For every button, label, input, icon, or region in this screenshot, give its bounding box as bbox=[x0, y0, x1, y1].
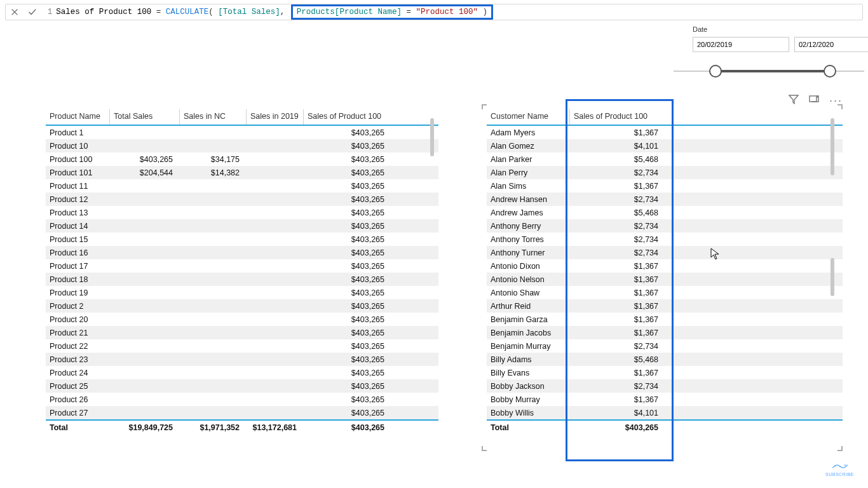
table-row[interactable]: Product 11$403,265 bbox=[46, 179, 438, 193]
cursor-icon bbox=[710, 248, 721, 263]
date-end-input[interactable] bbox=[794, 37, 868, 52]
table-row[interactable]: Product 22$403,265 bbox=[46, 339, 438, 353]
formula-filter-highlight: Products[Product Name] = "Product 100" ) bbox=[291, 4, 493, 20]
table-row[interactable]: Product 24$403,265 bbox=[46, 366, 438, 379]
selection-corner bbox=[482, 104, 487, 109]
table-row[interactable]: Bobby Willis$4,101 bbox=[487, 406, 843, 419]
table-row[interactable]: Bobby Murray$1,367 bbox=[487, 393, 843, 406]
selection-corner bbox=[482, 446, 487, 451]
col-sales-nc[interactable]: Sales in NC bbox=[179, 109, 246, 125]
products-table[interactable]: Product Name Total Sales Sales in NC Sal… bbox=[46, 109, 438, 435]
formula-editor[interactable]: Sales of Product 100 = CALCULATE ( [Tota… bbox=[56, 4, 493, 20]
table-row[interactable]: Product 23$403,265 bbox=[46, 353, 438, 366]
table-row[interactable]: Billy Adams$5,468 bbox=[487, 353, 843, 366]
table-row[interactable]: Product 2$403,265 bbox=[46, 299, 438, 313]
col-sales-p100[interactable]: Sales of Product 100 bbox=[303, 109, 391, 125]
table-row[interactable]: Product 1$403,265 bbox=[46, 126, 438, 139]
table-row[interactable]: Benjamin Garza$1,367 bbox=[487, 313, 843, 326]
table-row[interactable]: Antonio Dixon$1,367 bbox=[487, 259, 843, 273]
selection-corner bbox=[837, 446, 843, 451]
table-row[interactable]: Anthony Torres$2,734 bbox=[487, 233, 843, 246]
table-row[interactable]: Product 13$403,265 bbox=[46, 206, 438, 219]
table-row[interactable]: Product 101$204,544$14,382$403,265 bbox=[46, 166, 438, 179]
formula-bar: 1 Sales of Product 100 = CALCULATE ( [To… bbox=[5, 4, 863, 20]
table-row[interactable]: Andrew James$5,468 bbox=[487, 206, 843, 219]
table-row[interactable]: Product 17$403,265 bbox=[46, 259, 438, 273]
svg-point-1 bbox=[834, 465, 836, 466]
table-body: Product 1$403,265Product 10$403,265Produ… bbox=[46, 126, 438, 419]
commit-icon[interactable] bbox=[24, 4, 41, 20]
table-row[interactable]: Product 15$403,265 bbox=[46, 233, 438, 246]
function-name: CALCULATE bbox=[166, 8, 209, 17]
table-row[interactable]: Product 20$403,265 bbox=[46, 313, 438, 326]
customers-table[interactable]: Customer Name Sales of Product 100 Adam … bbox=[487, 109, 843, 435]
table-row[interactable]: Product 18$403,265 bbox=[46, 273, 438, 286]
table-row[interactable]: Alan Parker$5,468 bbox=[487, 152, 843, 166]
col-sales-p100[interactable]: Sales of Product 100 bbox=[569, 109, 665, 125]
table-row[interactable]: Product 27$403,265 bbox=[46, 406, 438, 419]
table-row[interactable]: Antonio Shaw$1,367 bbox=[487, 286, 843, 299]
table-row[interactable]: Billy Evans$1,367 bbox=[487, 366, 843, 379]
table-row[interactable]: Product 25$403,265 bbox=[46, 379, 438, 393]
col-customer-name[interactable]: Customer Name bbox=[487, 109, 569, 125]
table-row[interactable]: Alan Sims$1,367 bbox=[487, 179, 843, 193]
table-row[interactable]: Bobby Jackson$2,734 bbox=[487, 379, 843, 393]
cancel-icon[interactable] bbox=[6, 4, 24, 20]
focus-mode-icon[interactable] bbox=[809, 94, 819, 107]
table-row[interactable]: Anthony Berry$2,734 bbox=[487, 219, 843, 233]
products-scrollbar[interactable] bbox=[430, 116, 435, 427]
slider-handle-right[interactable] bbox=[824, 65, 836, 78]
table-row[interactable]: Benjamin Jacobs$1,367 bbox=[487, 326, 843, 339]
table-row[interactable]: Antonio Nelson$1,367 bbox=[487, 273, 843, 286]
col-sales-2019[interactable]: Sales in 2019 bbox=[246, 109, 303, 125]
subscribe-logo: SUBSCRIBE bbox=[825, 462, 854, 477]
line-number: 1 bbox=[41, 8, 56, 17]
table-row[interactable]: Product 26$403,265 bbox=[46, 393, 438, 406]
filter-icon[interactable] bbox=[789, 94, 799, 107]
selection-corner bbox=[837, 104, 843, 109]
table-header: Product Name Total Sales Sales in NC Sal… bbox=[46, 109, 438, 126]
slicer-label: Date bbox=[693, 25, 845, 33]
table-total-row: Total $19,849,725 $1,971,352 $13,172,681… bbox=[46, 419, 438, 435]
table-row[interactable]: Anthony Turner$2,734 bbox=[487, 246, 843, 259]
table-row[interactable]: Product 100$403,265$34,175$403,265 bbox=[46, 152, 438, 166]
table-row[interactable]: Product 12$403,265 bbox=[46, 193, 438, 206]
col-product-name[interactable]: Product Name bbox=[46, 109, 109, 125]
table-row[interactable]: Product 14$403,265 bbox=[46, 219, 438, 233]
svg-point-3 bbox=[844, 464, 845, 466]
table-total-row: Total $403,265 bbox=[487, 419, 843, 435]
table-header: Customer Name Sales of Product 100 bbox=[487, 109, 843, 126]
table-row[interactable]: Product 19$403,265 bbox=[46, 286, 438, 299]
svg-point-2 bbox=[839, 466, 840, 467]
svg-rect-0 bbox=[810, 96, 817, 102]
table-row[interactable]: Product 10$403,265 bbox=[46, 139, 438, 152]
date-slicer: Date bbox=[693, 25, 845, 79]
more-options-icon[interactable]: ··· bbox=[829, 98, 843, 103]
table-row[interactable]: Alan Gomez$4,101 bbox=[487, 139, 843, 152]
table-row[interactable]: Adam Myers$1,367 bbox=[487, 126, 843, 139]
customers-scrollbar[interactable] bbox=[830, 116, 835, 427]
table-body: Adam Myers$1,367Alan Gomez$4,101Alan Par… bbox=[487, 126, 843, 419]
table-row[interactable]: Arthur Reid$1,367 bbox=[487, 299, 843, 313]
table-row[interactable]: Product 21$403,265 bbox=[46, 326, 438, 339]
table-row[interactable]: Product 16$403,265 bbox=[46, 246, 438, 259]
slider-handle-left[interactable] bbox=[709, 65, 722, 78]
measure-name: Sales of Product 100 bbox=[56, 8, 151, 17]
table-row[interactable]: Benjamin Murray$2,734 bbox=[487, 339, 843, 353]
date-start-input[interactable] bbox=[693, 37, 789, 52]
date-range-slider[interactable] bbox=[693, 64, 845, 79]
col-total-sales[interactable]: Total Sales bbox=[109, 109, 179, 125]
visual-header: ··· bbox=[789, 94, 843, 107]
table-row[interactable]: Alan Perry$2,734 bbox=[487, 166, 843, 179]
table-row[interactable]: Andrew Hansen$2,734 bbox=[487, 193, 843, 206]
